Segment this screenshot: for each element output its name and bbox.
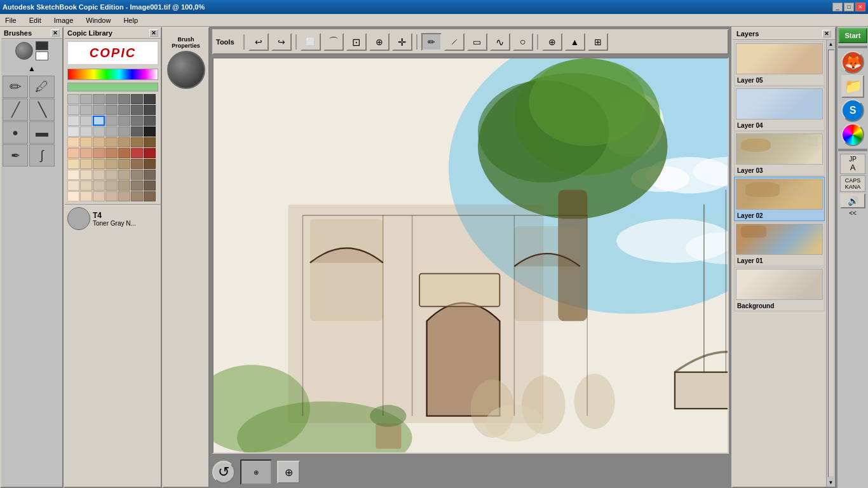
brush-item-pencil[interactable]: ✏ [3, 76, 28, 98]
color-cell[interactable] [144, 148, 156, 158]
scroll-down[interactable]: ▼ [827, 478, 835, 487]
color-cell[interactable] [93, 170, 105, 180]
color-cell[interactable] [131, 159, 143, 169]
layer-item-layer05[interactable]: Layer 05 [734, 41, 825, 86]
color-swatches-mini[interactable] [36, 41, 48, 60]
color-cell[interactable] [118, 170, 130, 180]
close-button[interactable]: ✕ [855, 3, 865, 11]
layer-item-layer02[interactable]: Layer 02 [734, 177, 825, 221]
color-cell[interactable] [80, 191, 92, 201]
ellipse-button[interactable]: ○ [513, 33, 533, 51]
color-cell[interactable] [93, 159, 105, 169]
start-button[interactable]: Start [838, 28, 867, 43]
menu-window[interactable]: Window [83, 15, 113, 25]
color-cell[interactable] [67, 105, 79, 115]
redo-button[interactable]: ↪ [271, 33, 292, 51]
color-cell[interactable] [118, 137, 130, 147]
color-cell[interactable] [67, 137, 79, 147]
color-cell[interactable] [80, 94, 92, 104]
color-cell[interactable] [80, 148, 92, 158]
color-cell[interactable] [144, 159, 156, 169]
color-cell[interactable] [105, 116, 118, 126]
color-cell[interactable] [118, 126, 130, 137]
color-cell[interactable] [105, 148, 118, 158]
color-cell[interactable] [105, 94, 118, 104]
color-cell[interactable] [67, 191, 79, 201]
color-cell[interactable] [131, 137, 143, 147]
folder-button[interactable]: 📁 [841, 75, 864, 98]
undo-button[interactable]: ↩ [248, 33, 269, 51]
color-cell[interactable] [131, 180, 143, 191]
color-cell[interactable] [118, 180, 130, 191]
color-cell[interactable] [144, 126, 156, 137]
color-cell[interactable] [105, 137, 118, 147]
color-cell[interactable] [67, 126, 79, 137]
color-cell[interactable] [80, 137, 92, 147]
fill-button[interactable]: ▲ [565, 33, 585, 51]
brush-item-special[interactable]: ∫ [29, 144, 55, 166]
brush-item-soft[interactable]: ╱ [3, 98, 28, 121]
color-cell[interactable] [118, 94, 130, 104]
zoom-button[interactable]: ⊕ [369, 33, 390, 51]
rotate-canvas-tool[interactable]: ↺ [212, 461, 235, 484]
color-cell[interactable] [144, 191, 156, 201]
scroll-up-arrow[interactable]: ▲ [1, 63, 62, 74]
color-cell[interactable] [67, 116, 79, 126]
color-cell-selected[interactable] [93, 116, 105, 126]
layer-item-background[interactable]: Background [734, 267, 825, 311]
color-cell[interactable] [67, 94, 79, 104]
skype-button[interactable]: S [841, 99, 864, 122]
minimize-button[interactable]: _ [832, 3, 843, 11]
color-cell[interactable] [93, 105, 105, 115]
layer-item-layer03[interactable]: Layer 03 [734, 132, 825, 176]
brush-item-hard[interactable]: ╲ [29, 98, 55, 121]
color-cell[interactable] [144, 137, 156, 147]
color-cell[interactable] [93, 191, 105, 201]
color-cell[interactable] [144, 170, 156, 180]
color-cell[interactable] [93, 94, 105, 104]
color-cell[interactable] [144, 180, 156, 191]
color-cell[interactable] [105, 105, 118, 115]
stamp-button[interactable]: ⊕ [542, 33, 562, 51]
color-cell[interactable] [118, 148, 130, 158]
brushes-close-button[interactable]: ✕ [51, 29, 60, 37]
color-cell[interactable] [118, 105, 130, 115]
color-cell[interactable] [118, 191, 130, 201]
color-picker-button[interactable] [841, 123, 864, 146]
color-cell[interactable] [67, 180, 79, 191]
layers-close-button[interactable]: ✕ [822, 30, 831, 37]
color-cell[interactable] [105, 126, 118, 137]
lasso-button[interactable]: ⌒ [323, 33, 344, 51]
color-cell[interactable] [93, 148, 105, 158]
brushset-button[interactable]: ⊞ [588, 33, 608, 51]
copic-close-button[interactable]: ✕ [149, 29, 158, 37]
menu-file[interactable]: File [3, 15, 19, 25]
color-spectrum-bar[interactable] [67, 69, 158, 80]
maximize-button[interactable]: □ [844, 3, 854, 11]
pencil-button[interactable]: ✏ [421, 33, 442, 51]
color-cell[interactable] [131, 170, 143, 180]
line-button[interactable]: ⟋ [444, 33, 465, 51]
color-cell[interactable] [144, 116, 156, 126]
foreground-color[interactable] [36, 41, 48, 50]
color-cell[interactable] [144, 105, 156, 115]
brush-item-flat[interactable]: ▬ [29, 121, 55, 144]
color-cell[interactable] [80, 159, 92, 169]
color-cell[interactable] [131, 191, 143, 201]
color-cell[interactable] [67, 159, 79, 169]
color-cell[interactable] [105, 159, 118, 169]
window-controls[interactable]: _ □ ✕ [832, 3, 865, 11]
color-cell[interactable] [93, 180, 105, 191]
color-cell[interactable] [67, 170, 79, 180]
firefox-button[interactable]: 🦊 [841, 51, 864, 74]
scroll-up[interactable]: ▲ [827, 40, 835, 48]
color-cell[interactable] [131, 148, 143, 158]
background-color[interactable] [36, 51, 48, 60]
color-cell[interactable] [80, 180, 92, 191]
color-cell[interactable] [80, 126, 92, 137]
color-cell[interactable] [131, 126, 143, 137]
color-cell[interactable] [131, 105, 143, 115]
main-canvas[interactable] [212, 57, 729, 454]
menu-help[interactable]: Help [121, 15, 140, 25]
wave-button[interactable]: ∿ [490, 33, 510, 51]
